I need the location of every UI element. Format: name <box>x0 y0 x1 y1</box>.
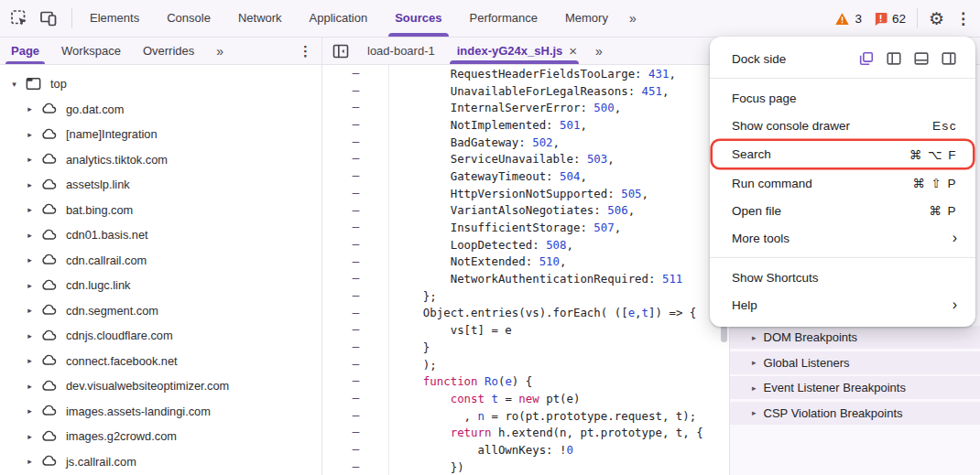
code-fold-marker-icon[interactable]: – <box>323 441 389 459</box>
tree-item-js-callrail-com[interactable]: ▸js.callrail.com <box>0 449 321 475</box>
code-fold-marker-icon[interactable]: – <box>323 65 389 82</box>
menu-item-show-console-drawer[interactable]: Show console drawerEsc <box>710 112 975 139</box>
tree-item-bat-bing-com[interactable]: ▸bat.bing.com <box>0 198 321 223</box>
code-fold-marker-icon[interactable]: – <box>323 150 389 167</box>
tree-item-dev-visualwebsiteoptimizer-com[interactable]: ▸dev.visualwebsiteoptimizer.com <box>0 373 321 399</box>
code-fold-marker-icon[interactable]: – <box>323 390 389 407</box>
navigator-tab-overrides[interactable]: Overrides <box>132 38 205 64</box>
disclosure-arrow-icon[interactable]: ▸ <box>23 130 37 139</box>
code-fold-marker-icon[interactable]: – <box>323 116 389 134</box>
issues-summary[interactable]: 3 62 <box>834 11 913 27</box>
tree-item-cdn-callrail-com[interactable]: ▸cdn.callrail.com <box>0 248 321 274</box>
tab-memory[interactable]: Memory <box>551 0 622 37</box>
tree-item-assetslp-link[interactable]: ▸assetslp.link <box>0 172 321 198</box>
more-navigator-tabs-button[interactable]: » <box>209 44 230 59</box>
sidebar-section-dom-breakpoints[interactable]: ▸DOM Breakpoints <box>730 326 980 349</box>
disclosure-arrow-icon[interactable]: ▸ <box>23 356 37 365</box>
tab-application[interactable]: Application <box>296 0 382 37</box>
disclosure-arrow-icon[interactable]: ▸ <box>23 306 37 315</box>
tree-item-images-assets-landingi-com[interactable]: ▸images.assets-landingi.com <box>0 399 321 425</box>
disclosure-arrow-icon[interactable]: ▸ <box>23 155 37 164</box>
disclosure-arrow-icon[interactable]: ▸ <box>23 432 37 441</box>
tree-item-cdn-segment-com[interactable]: ▸cdn.segment.com <box>0 298 321 324</box>
tab-elements[interactable]: Elements <box>76 0 153 37</box>
customize-devtools-menu-icon[interactable]: ⋮ <box>952 9 980 28</box>
sidebar-section-event-listener-breakpoints[interactable]: ▸Event Listener Breakpoints <box>730 376 980 399</box>
disclosure-arrow-icon[interactable]: ▾ <box>7 80 21 89</box>
disclosure-arrow-icon[interactable]: ▸ <box>23 255 37 264</box>
code-fold-marker-icon[interactable]: – <box>323 254 389 271</box>
code-fold-marker-icon[interactable]: – <box>323 185 389 202</box>
code-fold-marker-icon[interactable]: – <box>323 134 389 151</box>
settings-gear-icon[interactable]: ⚙ <box>921 8 952 29</box>
navigator-tab-page[interactable]: Page <box>0 38 50 64</box>
disclosure-arrow-icon[interactable]: ▸ <box>23 231 37 240</box>
code-fold-marker-icon[interactable]: – <box>323 459 389 475</box>
inspect-element-icon[interactable] <box>9 8 29 28</box>
menu-item-search[interactable]: Search⌘ ⌥ F <box>713 141 973 167</box>
disclosure-arrow-icon[interactable]: ▸ <box>23 180 37 189</box>
code-fold-marker-icon[interactable]: – <box>323 236 389 254</box>
menu-item-run-command[interactable]: Run command⌘ ⇧ P <box>710 169 975 197</box>
code-fold-marker-icon[interactable]: – <box>323 407 389 425</box>
tab-performance[interactable]: Performance <box>456 0 551 37</box>
code-fold-marker-icon[interactable]: – <box>323 202 389 220</box>
tree-item-cdn-lugc-link[interactable]: ▸cdn.lugc.link <box>0 273 321 298</box>
file-tab-index-yg24x-sh-js[interactable]: index-yG24x_sH.js× <box>446 38 588 64</box>
tree-item-go-dat-com[interactable]: ▸go.dat.com <box>0 97 321 123</box>
menu-item-focus-page[interactable]: Focus page <box>710 84 975 112</box>
more-open-files-button[interactable]: » <box>588 44 609 59</box>
menu-item-help[interactable]: Help› <box>710 291 975 318</box>
tree-item-cdnjs-cloudflare-com[interactable]: ▸cdnjs.cloudflare.com <box>0 323 321 349</box>
dock-to-bottom-icon[interactable] <box>913 50 930 67</box>
code-fold-marker-icon[interactable]: – <box>323 270 389 287</box>
disclosure-arrow-icon[interactable]: ▸ <box>23 382 37 391</box>
tab-console[interactable]: Console <box>153 0 224 37</box>
code-fold-marker-icon[interactable]: – <box>323 287 389 305</box>
code-fold-marker-icon[interactable]: – <box>323 424 389 441</box>
code-editor[interactable]: – RequestHeaderFieldsTooLarge: 431,– Una… <box>323 65 728 475</box>
disclosure-arrow-icon[interactable]: ▸ <box>23 104 37 113</box>
code-fold-marker-icon[interactable]: – <box>323 82 389 100</box>
code-fold-marker-icon[interactable]: – <box>323 339 389 356</box>
hide-navigator-icon[interactable] <box>332 42 350 60</box>
code-fold-marker-icon[interactable]: – <box>323 167 389 185</box>
close-tab-icon[interactable]: × <box>569 43 577 59</box>
tree-item-name-integration[interactable]: ▸[name]Integration <box>0 122 321 147</box>
undock-into-separate-window-icon[interactable] <box>858 50 875 67</box>
disclosure-arrow-icon[interactable]: ▸ <box>23 205 37 214</box>
navigator-tab-workspace[interactable]: Workspace <box>50 38 132 64</box>
more-panels-button[interactable]: » <box>622 11 643 26</box>
menu-item-show-shortcuts[interactable]: Show Shortcuts <box>710 264 975 291</box>
code-fold-marker-icon[interactable]: – <box>323 305 389 322</box>
cloud-icon <box>40 402 59 420</box>
disclosure-arrow-icon[interactable]: ▸ <box>23 406 37 416</box>
code-fold-marker-icon[interactable]: – <box>323 99 389 116</box>
dock-to-right-icon[interactable] <box>941 50 957 67</box>
disclosure-arrow-icon[interactable]: ▸ <box>23 281 37 290</box>
toggle-device-toolbar-icon[interactable] <box>38 8 59 28</box>
menu-item-more-tools[interactable]: More tools› <box>710 224 975 252</box>
dock-to-left-icon[interactable] <box>886 50 902 67</box>
code-fold-marker-icon[interactable]: – <box>323 219 389 236</box>
menu-item-open-file[interactable]: Open file⌘ P <box>710 197 975 224</box>
tab-network[interactable]: Network <box>224 0 296 37</box>
tree-item-connect-facebook-net[interactable]: ▸connect.facebook.net <box>0 349 321 374</box>
code-fold-marker-icon[interactable]: – <box>323 372 389 390</box>
tree-item-label: connect.facebook.net <box>66 354 178 368</box>
tree-item-analytics-tiktok-com[interactable]: ▸analytics.tiktok.com <box>0 147 321 173</box>
sidebar-section-global-listeners[interactable]: ▸Global Listeners <box>730 351 980 374</box>
sidebar-section-csp-violation-breakpoints[interactable]: ▸CSP Violation Breakpoints <box>730 402 980 425</box>
tree-item-cdn01-basis-net[interactable]: ▸cdn01.basis.net <box>0 222 321 248</box>
file-tab-load-board-1[interactable]: load-board-1 <box>356 38 446 64</box>
code-line: – ServiceUnavailable: 503, <box>323 150 728 167</box>
tree-item-top[interactable]: ▾top <box>0 71 321 97</box>
code-fold-marker-icon[interactable]: – <box>323 321 389 339</box>
navigator-overflow-menu-icon[interactable]: ⋮ <box>295 43 321 59</box>
tree-item-images-g2crowd-com[interactable]: ▸images.g2crowd.com <box>0 424 321 449</box>
tab-sources[interactable]: Sources <box>381 0 455 37</box>
disclosure-arrow-icon[interactable]: ▸ <box>23 331 37 340</box>
code-fold-marker-icon[interactable]: – <box>323 356 389 373</box>
disclosure-arrow-icon[interactable]: ▸ <box>23 457 37 466</box>
code-line: – , n = ro(pt.prototype.request, t); <box>323 407 728 425</box>
